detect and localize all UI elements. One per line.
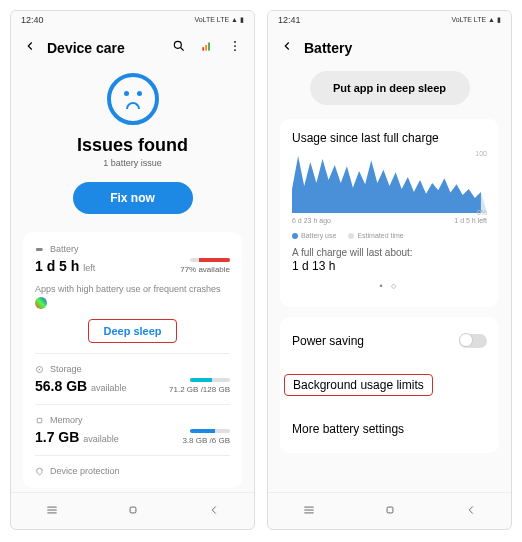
memory-value: 1.7 GB bbox=[35, 429, 79, 445]
svg-point-4 bbox=[234, 41, 236, 43]
statusbar-indicators: VoLTE LTE ▲ ▮ bbox=[194, 16, 244, 24]
statusbar: 12:40 VoLTE LTE ▲ ▮ bbox=[11, 11, 254, 29]
memory-label: Memory bbox=[50, 415, 83, 425]
bg-usage-limits-row[interactable]: Background usage limits bbox=[292, 361, 487, 409]
issue-subtitle: 1 battery issue bbox=[23, 158, 242, 168]
page-title: Device care bbox=[47, 40, 162, 56]
storage-value: 56.8 GB bbox=[35, 378, 87, 394]
page-indicator: • ○ bbox=[292, 281, 487, 291]
svg-rect-2 bbox=[205, 45, 207, 51]
fix-now-button[interactable]: Fix now bbox=[73, 182, 193, 214]
shield-icon bbox=[35, 467, 44, 476]
battery-label: Battery bbox=[50, 244, 79, 254]
more-battery-row[interactable]: More battery settings bbox=[292, 409, 487, 449]
svg-rect-12 bbox=[130, 507, 136, 513]
nav-back-icon[interactable] bbox=[207, 503, 221, 521]
settings-card: Power saving Background usage limits Mor… bbox=[280, 317, 499, 453]
svg-point-0 bbox=[174, 41, 181, 48]
statusbar: 12:41 VoLTE LTE ▲ ▮ bbox=[268, 11, 511, 29]
chart-max-label: 100 bbox=[475, 150, 487, 157]
battery-screen: 12:41 VoLTE LTE ▲ ▮ Battery Put app in d… bbox=[267, 10, 512, 530]
storage-icon bbox=[35, 365, 44, 374]
nav-home-icon[interactable] bbox=[126, 503, 140, 521]
issue-icon bbox=[23, 73, 242, 125]
nav-recents-icon[interactable] bbox=[45, 503, 59, 521]
storage-bar-label: 71.2 GB /128 GB bbox=[169, 385, 230, 394]
memory-icon bbox=[35, 416, 44, 425]
legend-battery: Battery use bbox=[301, 232, 336, 239]
signal-icon[interactable] bbox=[200, 39, 214, 57]
header: Device care bbox=[11, 29, 254, 65]
more-icon[interactable] bbox=[228, 39, 242, 57]
power-saving-toggle[interactable] bbox=[459, 334, 487, 348]
put-app-deep-sleep-button[interactable]: Put app in deep sleep bbox=[310, 71, 470, 105]
search-icon[interactable] bbox=[172, 39, 186, 57]
storage-label: Storage bbox=[50, 364, 82, 374]
device-care-screen: 12:40 VoLTE LTE ▲ ▮ Device care Issues f… bbox=[10, 10, 255, 530]
svg-rect-3 bbox=[208, 43, 210, 51]
memory-bar-label: 3.8 GB /6 GB bbox=[182, 436, 230, 445]
nav-home-icon[interactable] bbox=[383, 503, 397, 521]
full-charge-text: A full charge will last about: bbox=[292, 247, 487, 258]
power-saving-row[interactable]: Power saving bbox=[292, 321, 487, 361]
header: Battery bbox=[268, 29, 511, 65]
navbar bbox=[11, 492, 254, 529]
svg-point-10 bbox=[39, 368, 41, 370]
svg-rect-13 bbox=[387, 507, 393, 513]
navbar bbox=[268, 492, 511, 529]
back-icon[interactable] bbox=[23, 39, 37, 57]
memory-unit: available bbox=[83, 434, 119, 444]
battery-card[interactable]: Battery 1 d 5 h left 77% available Apps … bbox=[23, 232, 242, 488]
chart-min-label: 0% bbox=[477, 209, 487, 216]
battery-note: Apps with high battery use or frequent c… bbox=[35, 284, 230, 294]
svg-rect-1 bbox=[202, 47, 204, 51]
battery-unit: left bbox=[83, 263, 95, 273]
full-charge-value: 1 d 13 h bbox=[292, 259, 487, 273]
statusbar-time: 12:40 bbox=[21, 15, 44, 25]
nav-recents-icon[interactable] bbox=[302, 503, 316, 521]
battery-icon bbox=[35, 245, 44, 254]
battery-pct: 77% available bbox=[180, 265, 230, 274]
svg-point-5 bbox=[234, 45, 236, 47]
statusbar-indicators: VoLTE LTE ▲ ▮ bbox=[451, 16, 501, 24]
app-chip-icon bbox=[35, 297, 47, 309]
battery-value: 1 d 5 h bbox=[35, 258, 79, 274]
back-icon[interactable] bbox=[280, 39, 294, 57]
svg-rect-8 bbox=[42, 248, 43, 250]
power-saving-label: Power saving bbox=[292, 334, 364, 348]
chart-right-label: 1 d 5 h left bbox=[454, 217, 487, 224]
storage-unit: available bbox=[91, 383, 127, 393]
statusbar-time: 12:41 bbox=[278, 15, 301, 25]
usage-chart: 100 0% bbox=[292, 153, 487, 213]
svg-point-6 bbox=[234, 49, 236, 51]
usage-card[interactable]: Usage since last full charge 100 0% 6 d … bbox=[280, 119, 499, 307]
deep-sleep-button[interactable]: Deep sleep bbox=[88, 319, 176, 343]
svg-rect-11 bbox=[37, 418, 42, 423]
svg-rect-7 bbox=[36, 248, 42, 251]
issue-title: Issues found bbox=[23, 135, 242, 156]
protection-label: Device protection bbox=[50, 466, 120, 476]
bg-usage-limits-label: Background usage limits bbox=[284, 374, 433, 396]
nav-back-icon[interactable] bbox=[464, 503, 478, 521]
more-battery-label: More battery settings bbox=[292, 422, 404, 436]
page-title: Battery bbox=[304, 40, 499, 56]
chart-left-label: 6 d 23 h ago bbox=[292, 217, 331, 224]
legend-estimated: Estimated time bbox=[357, 232, 403, 239]
usage-title: Usage since last full charge bbox=[292, 131, 487, 145]
